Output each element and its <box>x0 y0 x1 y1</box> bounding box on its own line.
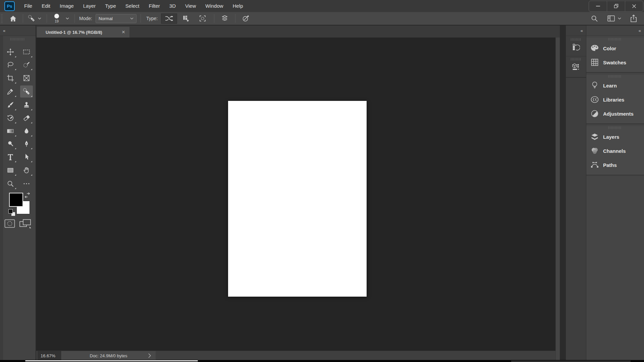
brush-size-picker[interactable]: 19 <box>52 13 62 24</box>
document-size-text: Doc: 24.9M/0 bytes <box>90 353 127 358</box>
workspace-dropdown[interactable] <box>616 13 623 24</box>
mode-label: Mode: <box>79 16 92 21</box>
workspace-switcher-button[interactable] <box>606 13 616 24</box>
share-button[interactable] <box>628 13 639 24</box>
tool-quick-selection[interactable] <box>20 59 33 71</box>
tool-rectangle-shape[interactable] <box>4 164 17 176</box>
flyout-indicator <box>31 56 32 57</box>
panel-tab-color[interactable]: Color <box>586 41 644 55</box>
panel-tab-libraries[interactable]: Libraries <box>586 93 644 107</box>
proximity-match-button[interactable] <box>195 13 211 24</box>
flyout-indicator <box>15 69 16 70</box>
tool-move[interactable] <box>4 46 17 58</box>
menu-help[interactable]: Help <box>228 0 248 12</box>
panel-tab-learn[interactable]: Learn <box>586 78 644 93</box>
panel-tab-adjustments[interactable]: Adjustments <box>586 107 644 121</box>
mode-select[interactable]: Normal <box>96 14 137 23</box>
collapse-panels-button[interactable]: « <box>639 28 641 33</box>
tool-more-tools[interactable] <box>20 178 33 190</box>
proximity-match-icon <box>199 15 206 22</box>
tool-pen[interactable] <box>20 138 33 150</box>
panel-tab-swatches[interactable]: Swatches <box>586 55 644 69</box>
lightbulb-icon <box>590 81 599 90</box>
collapsed-panels-dock: « <box>566 25 586 360</box>
create-texture-button[interactable] <box>178 13 194 24</box>
document-canvas[interactable] <box>228 101 367 297</box>
flyout-indicator <box>31 122 32 123</box>
menu-view[interactable]: View <box>180 0 201 12</box>
tool-spot-healing-brush[interactable] <box>20 85 33 98</box>
panel-tab-channels[interactable]: Channels <box>586 144 644 158</box>
collapse-panel-button[interactable]: « <box>3 28 5 33</box>
flyout-indicator <box>15 188 16 189</box>
properties-panel-button[interactable] <box>566 56 586 78</box>
panel-tab-paths[interactable]: Paths <box>586 158 644 172</box>
tool-path-selection[interactable] <box>20 151 33 163</box>
menu-type[interactable]: Type <box>100 0 121 12</box>
separator <box>74 14 75 23</box>
panel-group-grip <box>608 38 622 41</box>
menu-select[interactable]: Select <box>121 0 144 12</box>
tool-dodge[interactable] <box>4 138 17 150</box>
screen-mode-button[interactable] <box>19 219 32 229</box>
tool-eyedropper[interactable] <box>4 85 17 98</box>
home-button[interactable] <box>7 13 19 24</box>
menu-bar: File Edit Image Layer Type Select Filter… <box>19 0 248 12</box>
menu-edit[interactable]: Edit <box>37 0 55 12</box>
tools-panel-grip[interactable] <box>10 38 25 41</box>
history-panel-button[interactable] <box>566 37 586 56</box>
panel-tab-layers[interactable]: Layers <box>586 130 644 144</box>
tool-zoom[interactable] <box>4 178 17 190</box>
tool-preset-dropdown[interactable] <box>37 13 43 24</box>
restore-icon <box>614 4 619 8</box>
tool-history-brush[interactable] <box>4 112 17 124</box>
menu-window[interactable]: Window <box>201 0 228 12</box>
tool-brush[interactable] <box>4 99 17 111</box>
status-options-chevron[interactable] <box>148 353 151 358</box>
tab-close-icon[interactable]: × <box>119 29 127 36</box>
home-icon <box>10 15 16 22</box>
tool-rectangular-marquee[interactable] <box>20 46 33 58</box>
tool-eraser[interactable] <box>20 112 33 124</box>
quick-mask-button[interactable] <box>4 219 15 228</box>
document-tab[interactable]: Untitled-1 @ 16.7% (RGB/8) × <box>37 27 129 38</box>
tool-blur[interactable] <box>20 125 33 137</box>
tool-type[interactable] <box>4 151 17 163</box>
tool-gradient[interactable] <box>4 125 17 137</box>
workspace-icon <box>607 15 615 22</box>
canvas-area[interactable] <box>36 38 555 351</box>
tool-crop[interactable] <box>4 72 17 84</box>
quick-mask-icon <box>4 219 15 228</box>
foreground-color-swatch[interactable] <box>9 193 23 207</box>
menu-layer[interactable]: Layer <box>78 0 101 12</box>
search-button[interactable] <box>588 13 600 24</box>
expand-panels-button[interactable]: « <box>581 28 583 33</box>
default-colors-button[interactable] <box>8 209 15 216</box>
tool-hand[interactable] <box>20 164 33 176</box>
flyout-indicator <box>15 161 16 162</box>
menu-image[interactable]: Image <box>55 0 78 12</box>
menu-3d[interactable]: 3D <box>165 0 180 12</box>
menu-file[interactable]: File <box>19 0 37 12</box>
minimize-button[interactable] <box>589 1 607 11</box>
sample-all-layers-toggle[interactable] <box>219 13 230 24</box>
status-bar: 16.67% Doc: 24.9M/0 bytes <box>36 351 555 360</box>
panels-dock: « Color <box>586 25 644 360</box>
search-icon <box>591 15 598 22</box>
canvas-scrollbar[interactable] <box>555 38 560 360</box>
tool-preset-picker[interactable] <box>26 13 37 24</box>
flyout-indicator <box>15 96 16 97</box>
brush-size-dropdown[interactable] <box>64 13 70 24</box>
tool-frame[interactable] <box>20 72 33 84</box>
tool-lasso[interactable] <box>4 59 17 71</box>
swap-colors-button[interactable] <box>24 192 31 199</box>
close-button[interactable] <box>625 1 643 11</box>
document-info: Doc: 24.9M/0 bytes <box>61 351 156 360</box>
content-aware-button[interactable] <box>161 13 177 24</box>
tool-clone-stamp[interactable] <box>20 99 33 111</box>
zoom-level-field[interactable]: 16.67% <box>38 351 61 360</box>
menu-filter[interactable]: Filter <box>144 0 165 12</box>
restore-button[interactable] <box>607 1 625 11</box>
flyout-indicator <box>31 148 32 149</box>
pen-pressure-toggle[interactable] <box>240 13 252 24</box>
